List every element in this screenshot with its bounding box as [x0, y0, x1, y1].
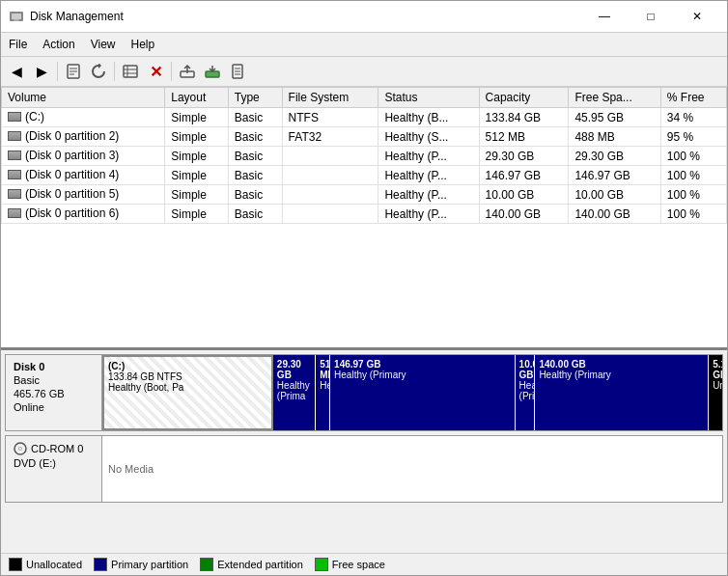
legend-extended: Extended partition	[200, 558, 303, 571]
export-icon	[180, 64, 195, 79]
cell-free: 45.95 GB	[569, 108, 660, 127]
cell-free: 10.00 GB	[569, 185, 660, 205]
table-row[interactable]: (Disk 0 partition 5) Simple Basic Health…	[2, 185, 727, 205]
cell-capacity: 146.97 GB	[479, 166, 569, 185]
disk-partition[interactable]: 29.30 GB Healthy (Prima	[273, 355, 316, 430]
cell-filesystem: NTFS	[282, 108, 378, 127]
table-row[interactable]: (Disk 0 partition 6) Simple Basic Health…	[2, 205, 727, 224]
legend-unallocated-label: Unallocated	[26, 559, 82, 570]
svg-rect-7	[124, 66, 137, 77]
cell-status: Healthy (P...	[378, 205, 479, 224]
menu-view[interactable]: View	[83, 35, 124, 54]
cell-type: Basic	[228, 127, 282, 147]
partition-label: 5.15 GB	[713, 359, 718, 380]
extended-color-swatch	[200, 558, 213, 571]
cell-type: Basic	[228, 185, 282, 205]
disk-0-partitions: (C:) 133.84 GB NTFS Healthy (Boot, Pa 29…	[102, 355, 722, 430]
refresh-button[interactable]	[87, 60, 110, 83]
toolbar-sep-1	[57, 62, 58, 81]
partition-status: Healthy (Prima	[277, 380, 311, 401]
settings-icon	[230, 64, 245, 79]
cell-free: 488 MB	[569, 127, 660, 147]
partition-status: Healthy (Primary	[539, 370, 704, 380]
partition-status: Healthy	[320, 380, 325, 391]
volume-disk-icon	[8, 170, 21, 179]
cell-volume: (Disk 0 partition 4)	[2, 166, 165, 185]
cell-capacity: 29.30 GB	[479, 147, 569, 166]
table-row[interactable]: (Disk 0 partition 2) Simple Basic FAT32 …	[2, 127, 727, 147]
cell-volume: (Disk 0 partition 2)	[2, 127, 165, 147]
table-row[interactable]: (Disk 0 partition 3) Simple Basic Health…	[2, 147, 727, 166]
menu-bar: File Action View Help	[1, 33, 727, 57]
menu-action[interactable]: Action	[35, 35, 82, 54]
table-row[interactable]: (C:) Simple Basic NTFS Healthy (B... 133…	[2, 108, 727, 127]
disk-partition[interactable]: 140.00 GB Healthy (Primary	[535, 355, 709, 430]
export-button[interactable]	[176, 60, 199, 83]
cdrom-0-status: No Media	[108, 463, 154, 475]
import-button[interactable]	[201, 60, 224, 83]
cell-free: 29.30 GB	[569, 147, 660, 166]
window-controls: — □ ✕	[582, 7, 719, 26]
app-icon	[9, 9, 24, 24]
cell-percent: 100 %	[660, 147, 726, 166]
col-type: Type	[228, 88, 282, 108]
unallocated-color-swatch	[9, 558, 22, 571]
cell-layout: Simple	[165, 147, 229, 166]
cell-percent: 95 %	[660, 127, 726, 147]
disk-0-name: Disk 0	[14, 361, 94, 372]
table-header-row: Volume Layout Type File System Status Ca…	[2, 88, 727, 108]
cell-volume: (Disk 0 partition 6)	[2, 205, 165, 224]
menu-file[interactable]: File	[1, 35, 35, 54]
menu-help[interactable]: Help	[124, 35, 163, 54]
cdrom-0-content: No Media	[102, 436, 722, 502]
primary-color-swatch	[94, 558, 107, 571]
disk-partition[interactable]: (C:) 133.84 GB NTFS Healthy (Boot, Pa	[102, 355, 273, 430]
disk-0-size: 465.76 GB	[14, 388, 94, 399]
disk-0-label: Disk 0 Basic 465.76 GB Online	[6, 355, 102, 430]
cdrom-icon	[14, 442, 27, 455]
partition-size: Unallocated	[713, 380, 718, 391]
forward-button[interactable]: ▶	[30, 60, 53, 83]
settings-button[interactable]	[226, 60, 249, 83]
table-row[interactable]: (Disk 0 partition 4) Simple Basic Health…	[2, 166, 727, 185]
partition-status: Healthy (Prir	[519, 380, 531, 401]
partition-label: (C:)	[108, 361, 267, 371]
svg-point-19	[19, 448, 21, 450]
col-filesystem: File System	[282, 88, 378, 108]
cdrom-0-drive: DVD (E:)	[14, 457, 94, 469]
legend-free: Free space	[315, 558, 385, 571]
cell-layout: Simple	[165, 185, 229, 205]
delete-button[interactable]: ✕	[144, 60, 167, 83]
details-button[interactable]	[119, 60, 142, 83]
minimize-button[interactable]: —	[582, 7, 627, 26]
cdrom-0-label: CD-ROM 0 DVD (E:)	[6, 436, 102, 502]
details-icon	[123, 64, 138, 79]
toolbar-sep-3	[171, 62, 172, 81]
cell-percent: 100 %	[660, 166, 726, 185]
volume-disk-icon	[8, 189, 21, 199]
partition-label: 10.00 GB	[519, 359, 531, 380]
col-volume: Volume	[2, 88, 165, 108]
cell-type: Basic	[228, 108, 282, 127]
disk-partition[interactable]: 5.15 GB Unallocated	[709, 355, 722, 430]
toolbar: ◀ ▶ ✕	[1, 57, 727, 87]
legend-primary: Primary partition	[94, 558, 188, 571]
disk-partition[interactable]: 513 MB Healthy	[316, 355, 330, 430]
cell-layout: Simple	[165, 108, 229, 127]
partition-label: 513 MB	[320, 359, 325, 380]
partition-label: 146.97 GB	[334, 359, 511, 370]
back-button[interactable]: ◀	[5, 60, 28, 83]
cell-volume: (C:)	[2, 108, 165, 127]
disk-partition[interactable]: 10.00 GB Healthy (Prir	[516, 355, 536, 430]
close-button[interactable]: ✕	[675, 7, 719, 26]
disk-partition[interactable]: 146.97 GB Healthy (Primary	[330, 355, 516, 430]
partition-size: 133.84 GB NTFS	[108, 371, 267, 382]
cell-capacity: 133.84 GB	[479, 108, 569, 127]
maximize-button[interactable]: □	[629, 7, 673, 26]
title-bar: Disk Management — □ ✕	[1, 1, 727, 33]
import-icon	[205, 64, 220, 79]
legend-primary-label: Primary partition	[111, 559, 188, 570]
cell-status: Healthy (S...	[378, 127, 479, 147]
svg-rect-1	[12, 14, 21, 19]
properties-button[interactable]	[62, 60, 85, 83]
